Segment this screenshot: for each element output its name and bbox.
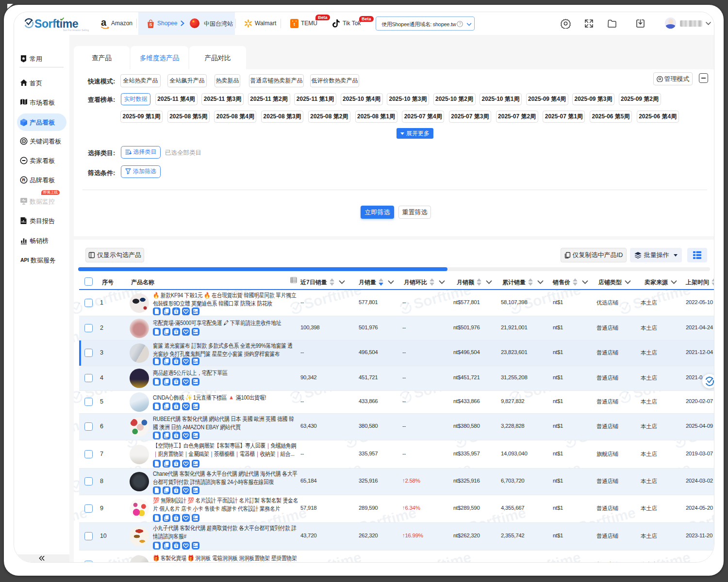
svg-text:S: S (175, 435, 177, 437)
svg-text:S: S (175, 310, 177, 313)
svg-text:S: S (175, 463, 177, 466)
svg-text:R: R (22, 177, 26, 182)
svg-text:S: S (175, 489, 177, 492)
svg-text:S: S (175, 331, 177, 334)
svg-text:S: S (149, 22, 152, 27)
svg-text:S: S (175, 405, 177, 408)
svg-text:t: t (294, 22, 295, 27)
svg-text:S: S (175, 381, 177, 384)
svg-text:S: S (175, 545, 177, 548)
svg-text:S: S (175, 517, 177, 520)
svg-text:?: ? (459, 21, 461, 26)
svg-text:S: S (175, 360, 177, 363)
